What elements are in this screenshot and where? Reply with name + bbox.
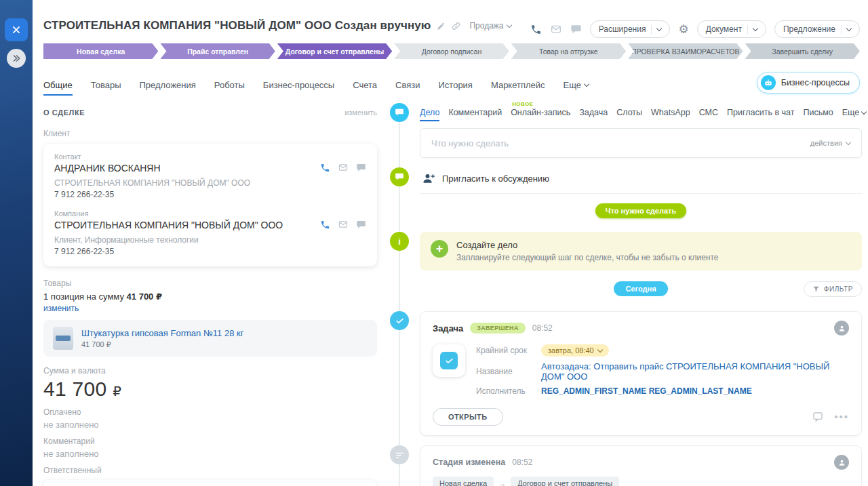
actions-dropdown[interactable]: действия: [810, 139, 850, 147]
document-button[interactable]: Документ: [697, 20, 766, 38]
tab-email[interactable]: Письмо: [803, 108, 833, 117]
business-processes-button[interactable]: Бизнес-процессы: [757, 72, 860, 94]
deal-page: СТРОИТЕЛЬНАЯ КОМПАНИЯ "НОВЫЙ ДОМ" ООО Со…: [33, 0, 868, 486]
pipeline-selector[interactable]: Продажа: [469, 21, 511, 31]
contact-mail-icon[interactable]: [338, 163, 349, 173]
comment-label: Комментарий: [43, 437, 377, 446]
todo-input[interactable]: [431, 138, 810, 148]
tab-quotes[interactable]: Предложения: [139, 80, 195, 90]
tab-online-booking[interactable]: НОВОЕ Онлайн-запись: [511, 108, 570, 117]
tab-invoices[interactable]: Счета: [353, 80, 377, 90]
stage-price-sent[interactable]: Прайс отправлен: [160, 43, 275, 59]
task-author-avatar[interactable]: [834, 321, 849, 336]
contact-call-icon[interactable]: [320, 163, 330, 173]
tab-activity[interactable]: Дело: [420, 108, 439, 117]
company-chat-icon[interactable]: [356, 220, 366, 230]
filter-button[interactable]: ФИЛЬТР: [804, 281, 862, 297]
contact-name[interactable]: АНДРАНИК ВОСКАНЯН: [54, 163, 366, 174]
tab-links[interactable]: Связи: [395, 80, 420, 90]
header: СТРОИТЕЛЬНАЯ КОМПАНИЯ "НОВЫЙ ДОМ" ООО Со…: [43, 19, 511, 33]
product-name-link[interactable]: Штукатурка гипсовая Forman №11 28 кг: [81, 328, 243, 338]
offer-button[interactable]: Предложение: [774, 20, 860, 38]
document-label: Документ: [706, 24, 742, 34]
products-edit-link[interactable]: изменить: [43, 304, 79, 313]
stage-to: Договор и счет отправлены: [511, 477, 619, 486]
assignee-link[interactable]: REG_ADMIN_FIRST_NAME REG_ADMIN_LAST_NAME: [541, 386, 752, 396]
company-name[interactable]: СТРОИТЕЛЬНАЯ КОМПАНИЯ "НОВЫЙ ДОМ" ООО: [54, 220, 366, 230]
stage-change-avatar[interactable]: [834, 455, 849, 470]
divider: [747, 25, 748, 34]
sum-label: Сумма и валюта: [43, 366, 377, 376]
tab-general[interactable]: Общие: [43, 80, 73, 90]
mail-icon[interactable]: [550, 24, 562, 35]
company-mail-icon[interactable]: [338, 220, 349, 230]
company-phone[interactable]: 7 912 266-22-35: [54, 247, 366, 256]
section-title: О СДЕЛКЕ: [43, 108, 85, 117]
company-call-icon[interactable]: [320, 220, 330, 230]
tab-robots[interactable]: Роботы: [214, 80, 245, 90]
settings-gear-icon[interactable]: ⚙: [678, 24, 688, 35]
timeline-composer: Дело Комментарий НОВОЕ Онлайн-запись Зад…: [390, 103, 862, 158]
today-separator-row: Сегодня ФИЛЬТР: [390, 280, 862, 302]
create-activity-banner: + Создайте дело Запланируйте следующий ш…: [420, 232, 862, 270]
task-check-icon: [440, 352, 458, 369]
stage-change-time: 08:52: [512, 458, 532, 467]
task-name-link[interactable]: Автозадача: Отправить прайс СТРОИТЕЛЬНАЯ…: [541, 361, 849, 382]
deadline-value[interactable]: завтра, 08:40: [541, 344, 609, 357]
open-task-button[interactable]: ОТКРЫТЬ: [433, 408, 503, 426]
copy-link-icon[interactable]: [452, 22, 460, 31]
call-icon[interactable]: [530, 24, 542, 35]
today-pill[interactable]: Сегодня: [614, 281, 667, 296]
hint-pill[interactable]: Что нужно сделать: [595, 203, 686, 218]
stage-contract-sent[interactable]: Договор и счет отправлены: [277, 43, 392, 59]
product-image: [53, 327, 73, 350]
chevron-down-icon: [597, 346, 602, 352]
stage-settlement-check[interactable]: ПРОВЕРКА ВЗАИМОРАСЧЕТОВ: [628, 43, 743, 59]
close-button[interactable]: [5, 18, 28, 41]
tab-sms[interactable]: СМС: [699, 108, 718, 117]
tab-products[interactable]: Товары: [91, 80, 121, 90]
collapse-menu-button[interactable]: [7, 49, 26, 68]
tab-more[interactable]: Еще: [842, 108, 866, 117]
task-time: 08:52: [532, 323, 553, 333]
chevrons-icon: [12, 54, 21, 63]
edit-title-icon[interactable]: [437, 22, 446, 31]
contact-phone[interactable]: 7 912 266-22-35: [54, 190, 366, 199]
chat-icon[interactable]: [570, 24, 582, 35]
task-timeline-item: Задача ЗАВЕРШЕНА 08:52: [390, 311, 862, 436]
comment-value[interactable]: не заполнено: [43, 449, 377, 459]
create-activity-title: Создайте дело: [456, 240, 719, 250]
tab-slots[interactable]: Слоты: [616, 108, 642, 117]
tab-history[interactable]: История: [439, 80, 473, 90]
todo-input-box: действия: [420, 128, 862, 158]
invite-to-discussion-button[interactable]: Пригласить к обсуждению: [420, 167, 862, 194]
new-badge: НОВОЕ: [512, 101, 533, 107]
tab-task[interactable]: Задача: [579, 108, 608, 117]
tab-whatsapp[interactable]: WhatsApp: [651, 108, 690, 117]
tab-comment[interactable]: Комментарий: [448, 108, 502, 117]
stage-new-deal[interactable]: Новая сделка: [43, 43, 158, 59]
stage-change-item: Стадия изменена 08:52 Новая сделка → Дог…: [390, 445, 862, 486]
stage-change-title: Стадия изменена: [433, 458, 505, 467]
section-edit-link[interactable]: изменить: [344, 108, 377, 117]
more-actions-icon[interactable]: •••: [834, 415, 849, 419]
comment-bubble-icon[interactable]: [812, 411, 823, 422]
paid-label: Оплачено: [43, 407, 377, 417]
divider: [841, 25, 842, 34]
chevron-down-icon: [753, 25, 758, 31]
contact-chat-icon[interactable]: [356, 163, 366, 173]
tab-more[interactable]: Еще: [564, 80, 589, 90]
stage-contract-signed[interactable]: Договор подписан: [394, 43, 509, 59]
tab-business-processes[interactable]: Бизнес-процессы: [263, 80, 334, 90]
stage-shipping[interactable]: Товар на отгрузке: [511, 43, 626, 59]
extensions-button[interactable]: Расширения: [590, 20, 671, 38]
add-activity-button[interactable]: +: [431, 240, 448, 258]
tab-invite-to-chat[interactable]: Пригласить в чат: [727, 108, 794, 117]
tab-marketplace[interactable]: Маркетплейс: [491, 80, 545, 90]
paid-value[interactable]: не заполнено: [43, 420, 377, 430]
hint-pill-row: Что нужно сделать: [390, 203, 862, 222]
person-plus-icon: [422, 172, 435, 184]
product-row[interactable]: Штукатурка гипсовая Forman №11 28 кг 41 …: [43, 320, 377, 357]
stage-finish-deal[interactable]: Завершить сделку: [745, 43, 860, 59]
chevron-down-icon: [861, 108, 867, 114]
